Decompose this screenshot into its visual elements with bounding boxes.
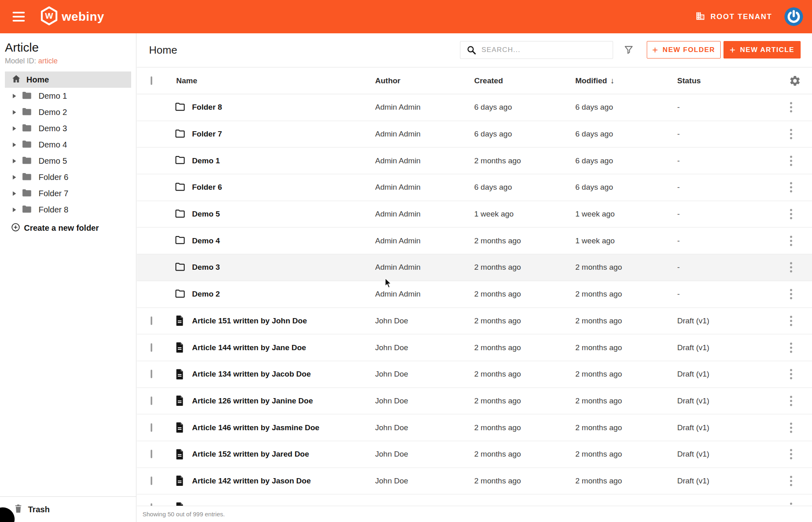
row-actions-kebab-icon[interactable] — [789, 395, 812, 407]
sidebar-folder-item[interactable]: Folder 7 — [0, 185, 136, 201]
sidebar-folder-item[interactable]: Demo 3 — [0, 120, 136, 136]
folder-icon — [21, 106, 32, 119]
chevron-right-icon[interactable] — [12, 110, 17, 115]
row-checkbox[interactable] — [151, 396, 152, 405]
row-name[interactable]: Article 144 written by Jane Doe — [192, 343, 375, 352]
table-row[interactable]: Folder 6 Admin Admin 6 days ago 6 days a… — [137, 174, 812, 201]
table-row[interactable]: Folder 7 Admin Admin 6 days ago 6 days a… — [137, 121, 812, 148]
menu-icon[interactable] — [13, 12, 25, 22]
row-actions-kebab-icon[interactable] — [789, 128, 812, 140]
table-row[interactable]: Article 152 written by Jared Doe John Do… — [137, 441, 812, 468]
row-modified: 2 months ago — [575, 263, 677, 272]
webiny-logo[interactable]: W webiny — [40, 6, 104, 27]
row-actions-kebab-icon[interactable] — [789, 101, 812, 113]
search-input[interactable] — [482, 46, 613, 54]
row-checkbox[interactable] — [151, 450, 152, 458]
row-actions-kebab-icon[interactable] — [789, 475, 812, 487]
row-actions-kebab-icon[interactable] — [789, 181, 812, 193]
row-name[interactable]: Folder 6 — [192, 183, 375, 192]
sidebar-item-home[interactable]: Home — [5, 71, 131, 88]
table-row[interactable]: Article 142 written by Jason Doe John Do… — [137, 468, 812, 495]
chevron-right-icon[interactable] — [12, 93, 17, 99]
row-name[interactable]: Article 126 written by Janine Doe — [192, 396, 375, 405]
sidebar-folder-item[interactable]: Folder 8 — [0, 201, 136, 218]
row-author: John Doe — [375, 343, 474, 352]
row-actions-kebab-icon[interactable] — [789, 422, 812, 434]
table-row[interactable]: Article 144 written by Jane Doe John Doe… — [137, 334, 812, 361]
row-modified: 6 days ago — [575, 183, 677, 192]
sidebar-folder-item[interactable]: Demo 1 — [0, 88, 136, 104]
folder-icon — [21, 204, 32, 216]
chevron-right-icon[interactable] — [12, 126, 17, 131]
row-actions-kebab-icon[interactable] — [789, 342, 812, 354]
column-header-name[interactable]: Name — [174, 76, 375, 85]
row-actions-kebab-icon[interactable] — [789, 288, 812, 300]
row-author: John Doe — [375, 396, 474, 405]
sidebar-folder-item[interactable]: Demo 2 — [0, 104, 136, 120]
user-avatar[interactable] — [784, 7, 803, 26]
row-name[interactable]: Demo 4 — [192, 236, 375, 245]
row-actions-kebab-icon[interactable] — [789, 155, 812, 167]
row-checkbox[interactable] — [151, 343, 152, 352]
row-actions-kebab-icon[interactable] — [789, 261, 812, 273]
model-title: Article — [5, 41, 136, 54]
row-actions-kebab-icon[interactable] — [789, 448, 812, 460]
table-row[interactable]: Demo 4 Admin Admin 2 months ago 1 week a… — [137, 227, 812, 254]
table-row[interactable]: Demo 2 Admin Admin 2 months ago 2 months… — [137, 281, 812, 308]
column-header-modified[interactable]: Modified ↓ — [575, 76, 677, 85]
table-row[interactable]: Article 134 written by Jacob Doe John Do… — [137, 361, 812, 388]
new-article-button[interactable]: + NEW ARTICLE — [723, 41, 801, 58]
row-name[interactable]: Article 134 written by Jacob Doe — [192, 370, 375, 379]
row-author: John Doe — [375, 316, 474, 325]
tenant-selector[interactable]: ROOT TENANT — [695, 11, 772, 23]
row-name[interactable]: Article 146 written by Jasmine Doe — [192, 423, 375, 432]
row-checkbox[interactable] — [151, 423, 152, 432]
table-row[interactable]: Folder 8 Admin Admin 6 days ago 6 days a… — [137, 94, 812, 121]
create-folder-button[interactable]: Create a new folder — [0, 220, 136, 236]
row-status: Draft (v1) — [677, 396, 782, 405]
filter-icon[interactable] — [623, 44, 634, 57]
row-modified: 1 week ago — [575, 236, 677, 245]
select-all-checkbox[interactable] — [151, 76, 152, 85]
chevron-right-icon[interactable] — [12, 142, 17, 147]
row-checkbox[interactable] — [151, 316, 152, 325]
row-checkbox[interactable] — [151, 477, 152, 485]
row-name[interactable]: Demo 5 — [192, 210, 375, 219]
sidebar-folder-item[interactable]: Folder 6 — [0, 169, 136, 185]
chevron-right-icon[interactable] — [12, 175, 17, 180]
table-row[interactable]: Demo 3 Admin Admin 2 months ago 2 months… — [137, 254, 812, 281]
trash-button[interactable]: Trash — [0, 496, 136, 522]
table-settings-gear-icon[interactable] — [789, 75, 812, 87]
row-checkbox[interactable] — [151, 370, 152, 378]
chevron-right-icon[interactable] — [12, 207, 17, 212]
sidebar-folder-item[interactable]: Demo 4 — [0, 136, 136, 153]
row-actions-kebab-icon[interactable] — [789, 368, 812, 380]
chevron-right-icon[interactable] — [12, 191, 17, 196]
new-folder-button[interactable]: + NEW FOLDER — [647, 41, 721, 58]
chevron-right-icon[interactable] — [12, 158, 17, 164]
row-name[interactable]: Article 151 written by John Doe — [192, 316, 375, 325]
row-name[interactable]: Article 152 written by Jared Doe — [192, 450, 375, 459]
table-row[interactable]: Demo 5 Admin Admin 1 week ago 1 week ago… — [137, 201, 812, 228]
row-name[interactable]: Demo 1 — [192, 156, 375, 165]
home-icon — [11, 74, 21, 85]
row-name[interactable]: Demo 3 — [192, 263, 375, 272]
row-name[interactable]: Article 142 written by Jason Doe — [192, 477, 375, 485]
row-actions-kebab-icon[interactable] — [789, 315, 812, 327]
table-row[interactable]: Article 151 written by John Doe John Doe… — [137, 308, 812, 335]
row-actions-kebab-icon[interactable] — [789, 235, 812, 247]
column-header-author[interactable]: Author — [375, 76, 474, 85]
row-name[interactable]: Demo 2 — [192, 290, 375, 299]
sidebar-folder-item[interactable]: Demo 5 — [0, 153, 136, 169]
table-row[interactable]: Article 146 written by Jasmine Doe John … — [137, 414, 812, 441]
row-status: - — [677, 236, 782, 245]
row-modified: 2 months ago — [575, 423, 677, 432]
row-status: Draft (v1) — [677, 316, 782, 325]
table-row[interactable]: Demo 1 Admin Admin 2 months ago 6 days a… — [137, 147, 812, 174]
row-actions-kebab-icon[interactable] — [789, 208, 812, 220]
table-row[interactable]: Article 126 written by Janine Doe John D… — [137, 388, 812, 415]
row-name[interactable]: Folder 7 — [192, 130, 375, 139]
column-header-created[interactable]: Created — [474, 76, 575, 85]
column-header-status[interactable]: Status — [677, 76, 782, 85]
row-name[interactable]: Folder 8 — [192, 103, 375, 112]
